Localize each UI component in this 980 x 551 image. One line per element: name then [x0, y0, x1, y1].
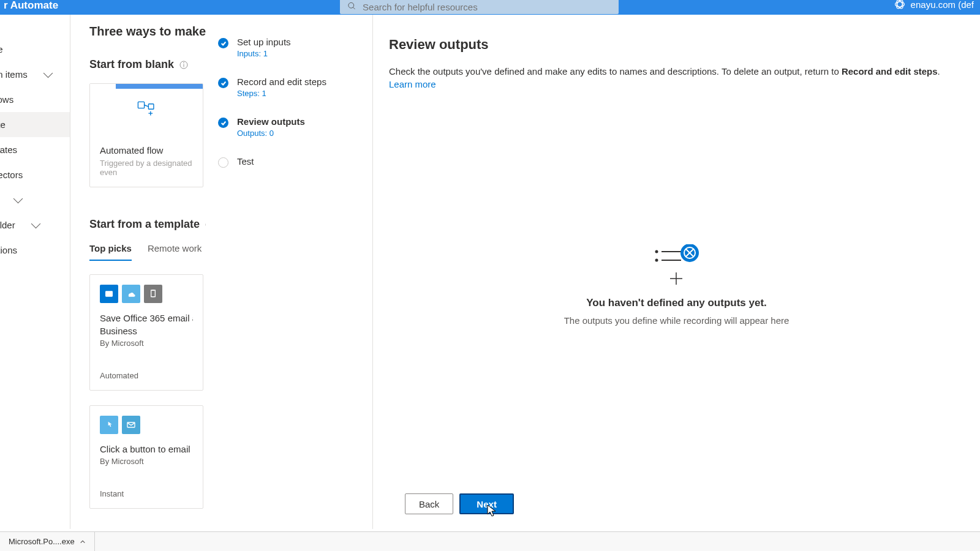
wizard-title: Review outputs [389, 37, 964, 53]
automated-flow-card[interactable]: Automated flow Triggered by a designated… [89, 83, 203, 187]
svg-line-12 [145, 105, 149, 107]
svg-rect-10 [138, 102, 144, 108]
flow-icon [136, 100, 157, 121]
card-title: Automated flow [100, 145, 193, 156]
empty-title: You haven't defined any outputs yet. [586, 297, 767, 309]
nav-item-home[interactable]: ne [0, 37, 70, 62]
search-box[interactable] [340, 0, 619, 14]
template-title: Save Office 365 email attac [100, 313, 193, 323]
info-icon[interactable] [179, 60, 189, 70]
wizard-steps: Set up inputs Inputs: 1 Record and edit … [206, 15, 373, 529]
step-done-icon [218, 78, 228, 88]
svg-line-1 [353, 7, 355, 9]
onedrive-icon [122, 285, 140, 303]
download-bar: Microsoft.Po....exe [0, 531, 980, 551]
search-input[interactable] [363, 2, 611, 12]
nav-item-solutions[interactable]: utions [0, 238, 70, 263]
svg-rect-18 [105, 291, 113, 296]
step-review-outputs[interactable]: Review outputs Outputs: 0 [218, 116, 360, 138]
wizard-footer: Back Next [389, 479, 964, 529]
step-done-icon [218, 38, 228, 48]
template-author: By Microsoft [100, 339, 193, 348]
step-label: Record and edit steps [237, 77, 326, 87]
search-icon [347, 1, 356, 11]
svg-point-9 [184, 62, 184, 63]
template-title: Click a button to email a no [100, 444, 193, 454]
step-pending-icon [218, 157, 228, 168]
nav-item-data[interactable]: a [0, 187, 70, 212]
card-illustration [90, 84, 203, 137]
chevron-up-icon [80, 539, 86, 545]
app-title: r Automate [4, 0, 58, 12]
template-title-line2: Business [100, 326, 193, 336]
svg-rect-11 [148, 104, 154, 110]
nav-item-connectors[interactable]: nectors [0, 162, 70, 187]
nav-item-flows[interactable]: flows [0, 87, 70, 112]
step-label: Set up inputs [237, 37, 291, 47]
download-file[interactable]: Microsoft.Po....exe [0, 532, 95, 551]
empty-subtitle: The outputs you define while recording w… [564, 315, 790, 326]
environment-icon [894, 0, 906, 10]
cursor-icon [487, 504, 497, 517]
card-subtitle: Triggered by a designated even [100, 159, 193, 177]
wizard-description: Check the outputs you've defined and mak… [389, 65, 964, 91]
svg-point-23 [655, 250, 658, 253]
svg-rect-19 [151, 290, 156, 297]
template-type: Automated [100, 371, 193, 380]
wizard-panel: Set up inputs Inputs: 1 Record and edit … [206, 15, 980, 529]
empty-illustration [649, 244, 704, 287]
step-set-up-inputs[interactable]: Set up inputs Inputs: 1 [218, 37, 360, 58]
svg-point-25 [655, 258, 658, 261]
notification-icon [144, 285, 162, 303]
template-author: By Microsoft [100, 457, 193, 466]
step-sublabel: Steps: 1 [237, 89, 326, 98]
empty-state: You haven't defined any outputs yet. The… [389, 91, 964, 479]
back-button[interactable]: Back [405, 493, 453, 514]
mail-icon [122, 416, 140, 434]
tab-top-picks[interactable]: Top picks [89, 243, 132, 261]
svg-point-0 [349, 2, 354, 8]
nav-item-create[interactable]: ate [0, 112, 70, 137]
template-card-2[interactable]: Click a button to email a no By Microsof… [89, 405, 203, 509]
top-bar: r Automate enayu.com (def [0, 0, 980, 15]
step-label: Review outputs [237, 116, 305, 127]
wizard-content: Review outputs Check the outputs you've … [373, 15, 980, 529]
learn-more-link[interactable]: Learn more [389, 79, 436, 89]
nav-item-templates[interactable]: plates [0, 137, 70, 162]
step-sublabel: Outputs: 0 [237, 129, 305, 138]
tab-remote-work[interactable]: Remote work [148, 243, 202, 261]
step-label: Test [237, 156, 254, 167]
step-test[interactable]: Test [218, 156, 360, 168]
button-icon [100, 416, 118, 434]
nav-item-learn[interactable]: n [0, 263, 70, 288]
nav-item-ai-builder[interactable]: uilder [0, 212, 70, 238]
next-button[interactable]: Next [459, 493, 514, 514]
template-card-1[interactable]: Save Office 365 email attac Business By … [89, 274, 203, 391]
left-nav: ne on items flows ate plates nectors a u… [0, 15, 70, 529]
outlook-icon [100, 285, 118, 303]
nav-item-action-items[interactable]: on items [0, 62, 70, 87]
template-type: Instant [100, 489, 193, 498]
tenant-switcher[interactable]: enayu.com (def [894, 0, 974, 10]
step-sublabel: Inputs: 1 [237, 49, 291, 58]
step-done-icon [218, 118, 228, 128]
step-record-edit[interactable]: Record and edit steps Steps: 1 [218, 77, 360, 98]
